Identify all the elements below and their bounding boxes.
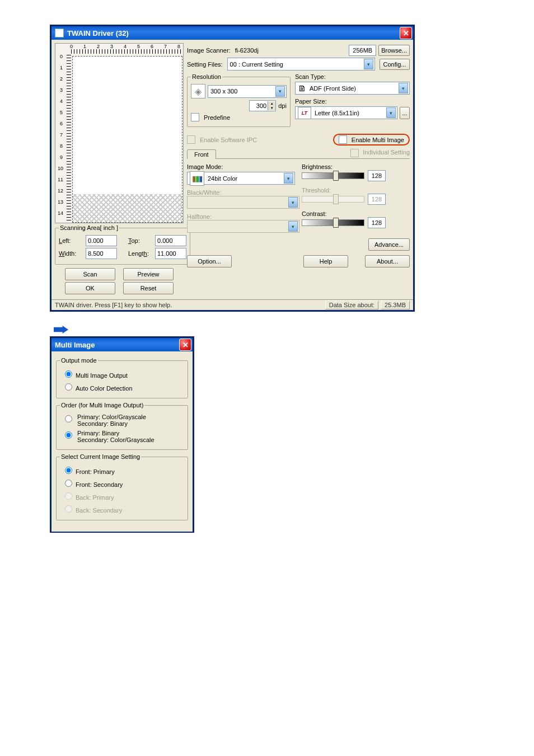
svg-marker-0 (54, 326, 68, 334)
close-icon[interactable]: ✕ (179, 339, 191, 351)
select-back-secondary-radio: Back: Secondary (62, 504, 184, 514)
titlebar: TWAIN Driver (32) ✕ (51, 26, 413, 40)
ok-button[interactable]: OK (65, 282, 115, 294)
ipc-checkbox (187, 135, 195, 144)
chevron-down-icon (364, 59, 373, 69)
ruler-vertical: 0 1 2 3 4 5 6 7 8 9 10 11 12 13 (63, 55, 71, 222)
status-data-label: Data Size about: (325, 300, 378, 309)
order-legend: Order (for Multi Image Output) (60, 402, 144, 408)
spin-down-icon[interactable]: ▾ (268, 106, 275, 110)
paper-more-button[interactable]: ... (400, 107, 410, 119)
left-label: Left: (59, 237, 83, 244)
enable-ipc-option: Enable Software IPC (187, 135, 257, 144)
resolution-icon (191, 84, 205, 98)
help-button[interactable]: Help (303, 255, 348, 267)
select-front-primary-radio[interactable]: Front: Primary (62, 465, 184, 475)
predefine-checkbox[interactable] (191, 113, 199, 121)
reset-button[interactable]: Reset (123, 282, 174, 294)
individual-setting: Individual Setting (350, 149, 410, 157)
length-label: Length: (128, 250, 153, 257)
adf-icon (298, 83, 306, 93)
select-back-primary-radio: Back: Primary (62, 491, 184, 501)
status-bar: TWAIN driver. Press [F1] key to show hel… (51, 299, 413, 310)
order-color-first-radio[interactable]: Primary: Color/Grayscale Secondary: Bina… (62, 414, 184, 427)
paper-size-dropdown[interactable]: LT Letter (8.5x11in) (295, 106, 397, 119)
scanning-area-legend: Scanning Area[ inch ] (59, 224, 119, 231)
bw-dropdown (187, 196, 299, 209)
ruler-horizontal: 0 1 2 3 4 5 6 7 8 (71, 44, 182, 55)
setting-files-label: Setting Files: (187, 61, 223, 68)
dpi-unit: dpi (278, 102, 287, 109)
chevron-down-icon (386, 107, 396, 118)
chevron-down-icon (284, 173, 293, 184)
output-multi-radio[interactable]: Multi Image Output (62, 369, 184, 379)
select-setting-group: Select Current Image Setting Front: Prim… (56, 453, 188, 520)
multi-image-window: Multi Image ✕ Output mode Multi Image Ou… (50, 337, 194, 533)
threshold-label: Threshold: (302, 187, 410, 194)
enable-multi-checkbox[interactable] (339, 135, 347, 144)
select-front-secondary-radio[interactable]: Front: Secondary (62, 478, 184, 488)
image-scanner-label: Image Scanner: (187, 47, 231, 54)
memory-value: 256MB (349, 45, 376, 56)
threshold-slider: 128 (302, 194, 410, 205)
brightness-slider[interactable]: 128 (302, 170, 410, 181)
image-mode-dropdown[interactable]: 24bit Color (187, 172, 295, 185)
front-tab[interactable]: Front (187, 149, 216, 159)
scan-type-dropdown[interactable]: ADF (Front Side) (295, 82, 410, 95)
window-title: Multi Image (55, 341, 95, 349)
order-binary-first-radio[interactable]: Primary: Binary Secondary: Color/Graysca… (62, 430, 184, 443)
scanning-area-group: Scanning Area[ inch ] Left: Top: Width: … (55, 224, 190, 265)
letter-icon: LT (298, 107, 311, 119)
close-icon[interactable]: ✕ (400, 27, 412, 39)
scan-type-label: Scan Type: (295, 73, 326, 80)
spin-up-icon[interactable]: ▴ (268, 101, 275, 106)
dpi-spinner[interactable]: ▴▾ (249, 100, 276, 111)
scan-button[interactable]: Scan (65, 268, 115, 280)
bw-label: Black/White: (187, 189, 295, 196)
app-icon (55, 29, 64, 37)
length-input[interactable] (155, 248, 186, 259)
left-column: 0 1 2 3 4 5 6 7 8 0 1 2 (55, 43, 184, 296)
right-column: Image Scanner: fi-6230dj 256MB Browse...… (187, 43, 410, 296)
arrow-icon (54, 325, 68, 335)
chevron-down-icon (288, 197, 298, 208)
setting-files-dropdown[interactable]: 00 : Current Setting (227, 58, 375, 71)
chevron-down-icon (275, 86, 285, 97)
twain-driver-window: TWAIN Driver (32) ✕ 0 1 2 3 4 5 6 7 (50, 25, 414, 311)
titlebar: Multi Image ✕ (51, 338, 193, 351)
order-group: Order (for Multi Image Output) Primary: … (56, 402, 188, 450)
resolution-label: Resolution (191, 73, 222, 80)
select-setting-legend: Select Current Image Setting (60, 453, 141, 460)
top-input[interactable] (155, 235, 186, 246)
paper-size-label: Paper Size: (295, 98, 327, 105)
status-data-size: 25.3MB (381, 300, 410, 309)
color-icon (190, 171, 204, 186)
output-autocolor-radio[interactable]: Auto Color Detection (62, 382, 184, 392)
hatching (73, 194, 182, 222)
about-button[interactable]: About... (365, 255, 410, 267)
width-label: Width: (59, 250, 83, 257)
resolution-dropdown[interactable]: 300 x 300 (208, 85, 287, 98)
left-input[interactable] (86, 235, 117, 246)
option-button[interactable]: Option... (187, 255, 232, 267)
preview-button[interactable]: Preview (123, 268, 174, 280)
advance-button[interactable]: Advance... (368, 238, 410, 251)
browse-button[interactable]: Browse... (378, 45, 410, 56)
config-button[interactable]: Config... (380, 59, 410, 70)
predefine-label: Predefine (204, 114, 230, 121)
image-mode-label: Image Mode: (187, 163, 295, 170)
output-mode-legend: Output mode (60, 357, 98, 364)
preview-area[interactable]: 0 1 2 3 4 5 6 7 8 0 1 2 (55, 43, 184, 223)
width-input[interactable] (86, 248, 117, 259)
contrast-slider[interactable]: 128 (302, 217, 410, 228)
enable-multi-highlight: Enable Multi Image (333, 134, 410, 145)
brightness-label: Brightness: (302, 163, 410, 170)
halftone-dropdown (187, 220, 299, 233)
chevron-down-icon (288, 221, 298, 232)
top-label: Top: (128, 237, 153, 244)
image-scanner-value: fi-6230dj (235, 47, 259, 54)
status-help: TWAIN driver. Press [F1] key to show hel… (55, 302, 172, 308)
contrast-label: Contrast: (302, 210, 410, 217)
enable-multi-label: Enable Multi Image (352, 137, 404, 143)
chevron-down-icon (399, 83, 408, 93)
